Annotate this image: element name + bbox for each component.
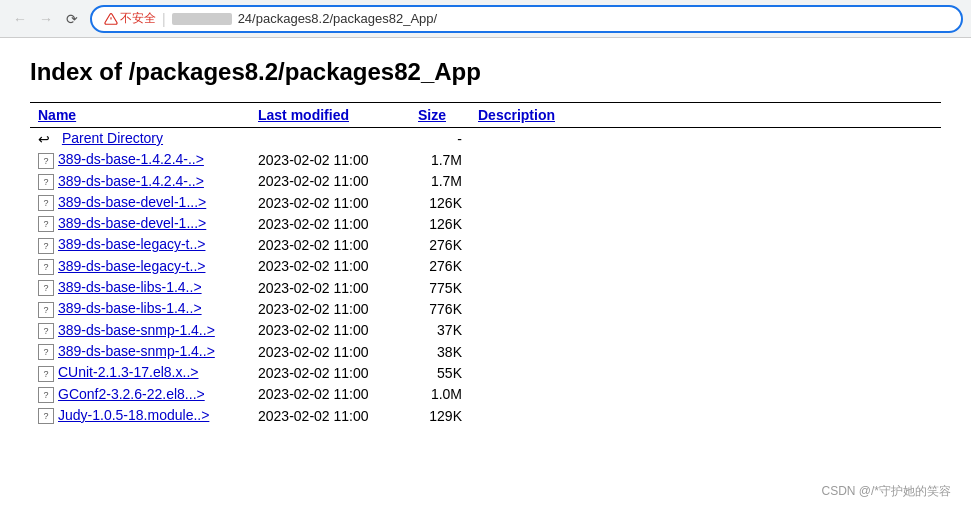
back-button[interactable]: ← <box>8 7 32 31</box>
table-row: ?389-ds-base-libs-1.4..>2023-02-02 11:00… <box>30 298 941 319</box>
table-row: ?389-ds-base-devel-1...>2023-02-02 11:00… <box>30 192 941 213</box>
modified-sort-link[interactable]: Last modified <box>258 107 349 123</box>
file-size: 776K <box>410 298 470 319</box>
file-name-cell: ?GConf2-3.2.6-22.el8...> <box>30 384 250 405</box>
description-sort-link[interactable]: Description <box>478 107 555 123</box>
file-icon: ? <box>38 408 54 424</box>
file-size: 55K <box>410 362 470 383</box>
file-modified: 2023-02-02 11:00 <box>250 298 410 319</box>
file-icon: ? <box>38 238 54 254</box>
file-description <box>470 192 941 213</box>
file-description <box>470 213 941 234</box>
warning-icon <box>104 12 118 26</box>
file-name-cell: ?389-ds-base-libs-1.4..> <box>30 277 250 298</box>
file-modified: 2023-02-02 11:00 <box>250 171 410 192</box>
file-modified: 2023-02-02 11:00 <box>250 234 410 255</box>
file-name-cell: ?389-ds-base-legacy-t..> <box>30 234 250 255</box>
table-row: ?389-ds-base-snmp-1.4..>2023-02-02 11:00… <box>30 320 941 341</box>
file-link[interactable]: GConf2-3.2.6-22.el8...> <box>58 386 205 402</box>
file-icon: ? <box>38 216 54 232</box>
file-name-cell: ?Judy-1.0.5-18.module..> <box>30 405 250 426</box>
file-link[interactable]: 389-ds-base-1.4.2.4-..> <box>58 151 204 167</box>
file-modified: 2023-02-02 11:00 <box>250 320 410 341</box>
file-name-cell: ?389-ds-base-libs-1.4..> <box>30 298 250 319</box>
file-description <box>470 277 941 298</box>
file-name-cell: ?389-ds-base-snmp-1.4..> <box>30 320 250 341</box>
file-modified: 2023-02-02 11:00 <box>250 341 410 362</box>
address-url: 24/packages8.2/packages82_App/ <box>238 11 438 26</box>
file-description <box>470 171 941 192</box>
reload-button[interactable]: ⟳ <box>60 7 84 31</box>
name-sort-link[interactable]: Name <box>38 107 76 123</box>
file-name-cell: ?389-ds-base-devel-1...> <box>30 213 250 234</box>
parent-dir-modified <box>250 128 410 150</box>
file-icon: ? <box>38 344 54 360</box>
size-sort-link[interactable]: Size <box>418 107 446 123</box>
file-link[interactable]: 389-ds-base-snmp-1.4..> <box>58 343 215 359</box>
file-size: 1.0M <box>410 384 470 405</box>
file-link[interactable]: CUnit-2.1.3-17.el8.x..> <box>58 364 198 380</box>
file-link[interactable]: 389-ds-base-libs-1.4..> <box>58 300 202 316</box>
file-description <box>470 341 941 362</box>
file-size: 276K <box>410 234 470 255</box>
table-row: ?GConf2-3.2.6-22.el8...>2023-02-02 11:00… <box>30 384 941 405</box>
file-description <box>470 384 941 405</box>
file-icon: ? <box>38 323 54 339</box>
parent-dir-size: - <box>410 128 470 150</box>
file-name-cell: ?389-ds-base-1.4.2.4-..> <box>30 149 250 170</box>
file-modified: 2023-02-02 11:00 <box>250 192 410 213</box>
separator: | <box>162 11 166 27</box>
file-modified: 2023-02-02 11:00 <box>250 149 410 170</box>
file-link[interactable]: 389-ds-base-libs-1.4..> <box>58 279 202 295</box>
file-description <box>470 298 941 319</box>
domain-blur <box>172 13 232 25</box>
insecure-badge: 不安全 <box>104 10 156 27</box>
table-row: ?CUnit-2.1.3-17.el8.x..>2023-02-02 11:00… <box>30 362 941 383</box>
file-link[interactable]: 389-ds-base-snmp-1.4..> <box>58 322 215 338</box>
table-row: ?389-ds-base-legacy-t..>2023-02-02 11:00… <box>30 234 941 255</box>
file-size: 1.7M <box>410 149 470 170</box>
col-header-modified: Last modified <box>250 103 410 128</box>
file-icon: ? <box>38 174 54 190</box>
file-size: 129K <box>410 405 470 426</box>
file-link[interactable]: 389-ds-base-legacy-t..> <box>58 258 205 274</box>
browser-chrome: ← → ⟳ 不安全 | 24/packages8.2/packages82_Ap… <box>0 0 971 38</box>
file-modified: 2023-02-02 11:00 <box>250 405 410 426</box>
page-content: Index of /packages8.2/packages82_App Nam… <box>0 38 971 446</box>
parent-dir-link[interactable]: Parent Directory <box>62 130 163 146</box>
file-size: 126K <box>410 192 470 213</box>
file-modified: 2023-02-02 11:00 <box>250 362 410 383</box>
file-description <box>470 234 941 255</box>
file-name-cell: ?389-ds-base-legacy-t..> <box>30 256 250 277</box>
table-row: ?389-ds-base-1.4.2.4-..>2023-02-02 11:00… <box>30 149 941 170</box>
file-name-cell: ?CUnit-2.1.3-17.el8.x..> <box>30 362 250 383</box>
table-row: ?Judy-1.0.5-18.module..>2023-02-02 11:00… <box>30 405 941 426</box>
parent-dir-icon: ↩ <box>38 131 54 147</box>
file-link[interactable]: 389-ds-base-legacy-t..> <box>58 236 205 252</box>
table-row: ?389-ds-base-legacy-t..>2023-02-02 11:00… <box>30 256 941 277</box>
table-row: ?389-ds-base-snmp-1.4..>2023-02-02 11:00… <box>30 341 941 362</box>
address-bar[interactable]: 不安全 | 24/packages8.2/packages82_App/ <box>90 5 963 33</box>
file-modified: 2023-02-02 11:00 <box>250 213 410 234</box>
parent-dir-cell: ↩ Parent Directory <box>30 128 250 150</box>
forward-button[interactable]: → <box>34 7 58 31</box>
file-name-cell: ?389-ds-base-devel-1...> <box>30 192 250 213</box>
file-name-cell: ?389-ds-base-1.4.2.4-..> <box>30 171 250 192</box>
parent-dir-desc <box>470 128 941 150</box>
col-header-description: Description <box>470 103 941 128</box>
file-size: 38K <box>410 341 470 362</box>
file-icon: ? <box>38 366 54 382</box>
file-description <box>470 149 941 170</box>
file-modified: 2023-02-02 11:00 <box>250 277 410 298</box>
nav-buttons: ← → ⟳ <box>8 7 84 31</box>
file-size: 1.7M <box>410 171 470 192</box>
table-row: ?389-ds-base-1.4.2.4-..>2023-02-02 11:00… <box>30 171 941 192</box>
file-link[interactable]: 389-ds-base-devel-1...> <box>58 194 206 210</box>
file-icon: ? <box>38 259 54 275</box>
file-icon: ? <box>38 195 54 211</box>
file-link[interactable]: 389-ds-base-1.4.2.4-..> <box>58 173 204 189</box>
file-link[interactable]: 389-ds-base-devel-1...> <box>58 215 206 231</box>
file-link[interactable]: Judy-1.0.5-18.module..> <box>58 407 209 423</box>
file-description <box>470 256 941 277</box>
file-table: Name Last modified Size Description ↩ Pa… <box>30 102 941 426</box>
